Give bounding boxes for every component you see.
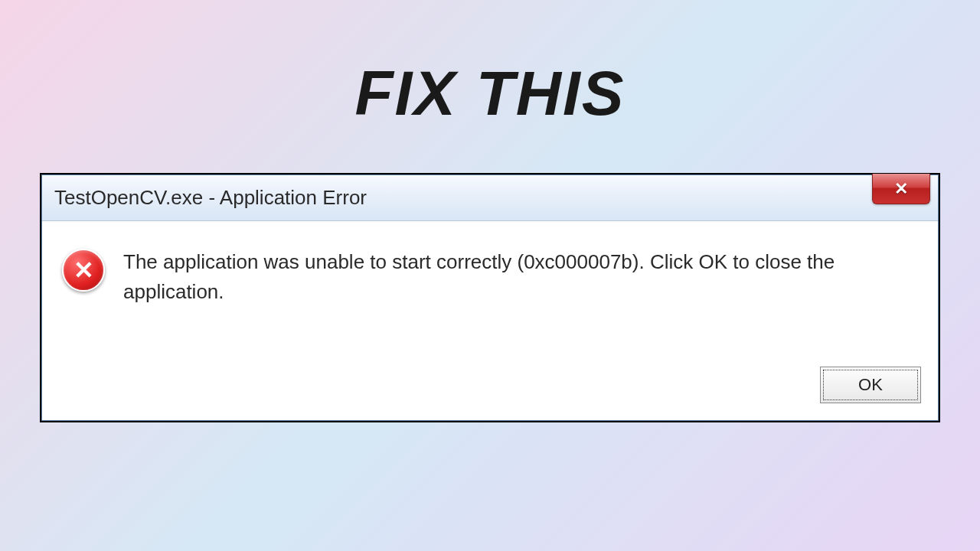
dialog-button-row: OK xyxy=(42,359,938,420)
error-message: The application was unable to start corr… xyxy=(123,244,918,307)
close-icon: ✕ xyxy=(894,179,908,199)
dialog-frame: TestOpenCV.exe - Application Error ✕ ✕ T… xyxy=(40,173,940,422)
close-button[interactable]: ✕ xyxy=(872,174,930,204)
error-dialog: TestOpenCV.exe - Application Error ✕ ✕ T… xyxy=(41,174,939,421)
error-icon: ✕ xyxy=(62,249,105,292)
ok-button[interactable]: OK xyxy=(820,367,921,403)
dialog-titlebar[interactable]: TestOpenCV.exe - Application Error ✕ xyxy=(42,175,938,221)
headline-text: FIX THIS xyxy=(354,57,625,129)
dialog-content: ✕ The application was unable to start co… xyxy=(42,221,938,359)
dialog-title: TestOpenCV.exe - Application Error xyxy=(54,186,367,210)
